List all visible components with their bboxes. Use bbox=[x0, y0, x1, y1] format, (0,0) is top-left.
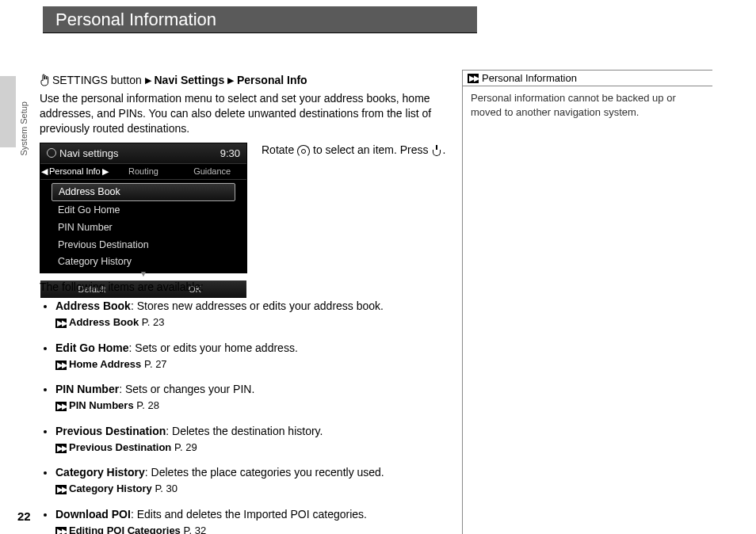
list-item: Download POI: Edits and deletes the Impo… bbox=[55, 507, 448, 534]
ss-item-address-book: Address Book bbox=[52, 183, 235, 201]
ss-title: Navi settings bbox=[59, 147, 118, 161]
item-desc: : Edits and deletes the Imported POI cat… bbox=[131, 508, 367, 521]
rotate-dial-icon bbox=[297, 145, 310, 156]
side-heading: Personal Information bbox=[482, 72, 577, 84]
breadcrumb-step3: Personal Info bbox=[237, 74, 307, 86]
ref-name: Home Address bbox=[69, 358, 141, 370]
section-side-tab bbox=[0, 76, 16, 147]
ss-item-edit-go-home: Edit Go Home bbox=[52, 202, 235, 219]
ref-name: Address Book bbox=[69, 316, 139, 328]
item-desc: : Sets or edits your home address. bbox=[129, 341, 298, 354]
ref-arrow-icon: ▶▶ bbox=[55, 527, 67, 534]
ref-arrow-icon: ▶▶ bbox=[55, 360, 67, 370]
ss-tab-guidance: Guidance bbox=[178, 164, 246, 179]
ref-page: P. 30 bbox=[155, 483, 178, 494]
breadcrumb-step2: Navi Settings bbox=[155, 74, 225, 86]
nav-screenshot: Navi settings 9:30 ◀Personal Info▶ Routi… bbox=[40, 143, 247, 273]
ref-name: Editing POI Categories bbox=[69, 524, 181, 534]
ref-page: P. 28 bbox=[136, 399, 159, 411]
ss-clock: 9:30 bbox=[220, 147, 240, 161]
side-note-header: ▶▶ Personal Information bbox=[463, 70, 712, 86]
main-column: SETTINGS button ▶ Navi Settings ▶ Person… bbox=[40, 70, 448, 534]
ss-item-previous-dest: Previous Destination bbox=[52, 237, 235, 254]
ref-page: P. 32 bbox=[183, 524, 206, 534]
ref-arrow-icon: ▶▶ bbox=[55, 485, 67, 494]
item-title: Address Book bbox=[55, 299, 131, 312]
breadcrumb: SETTINGS button ▶ Navi Settings ▶ Person… bbox=[40, 73, 448, 88]
ref-arrow-icon: ▶▶ bbox=[55, 402, 67, 411]
gear-icon bbox=[47, 148, 56, 158]
page-number: 22 bbox=[17, 509, 31, 523]
ref-arrow-icon: ▶▶ bbox=[468, 74, 479, 83]
list-item: Edit Go Home: Sets or edits your home ad… bbox=[55, 341, 448, 371]
item-desc: : Deletes the destination history. bbox=[166, 425, 323, 437]
press-icon bbox=[431, 145, 442, 156]
ref-name: Previous Destination bbox=[69, 441, 171, 453]
ss-tab-personal: ◀Personal Info▶ bbox=[40, 164, 109, 179]
side-note-body: Personal information cannot be backed up… bbox=[463, 86, 712, 124]
section-side-label: System Setup bbox=[19, 101, 29, 155]
item-title: PIN Number bbox=[55, 383, 119, 395]
item-title: Download POI bbox=[55, 508, 131, 521]
item-desc: : Sets or changes your PIN. bbox=[119, 383, 254, 395]
item-title: Edit Go Home bbox=[55, 341, 129, 354]
item-desc: : Deletes the place categories you recen… bbox=[145, 466, 384, 479]
ss-menu: Address Book Edit Go Home PIN Number Pre… bbox=[40, 180, 246, 280]
ss-item-pin-number: PIN Number bbox=[52, 219, 235, 236]
ss-item-category-history: Category History bbox=[52, 254, 235, 270]
triangle-icon: ▶ bbox=[227, 75, 234, 85]
list-item: Address Book: Stores new addresses or ed… bbox=[55, 299, 448, 329]
item-title: Previous Destination bbox=[55, 425, 166, 437]
ref-name: Category History bbox=[69, 483, 152, 494]
ss-tabs: ◀Personal Info▶ Routing Guidance bbox=[40, 163, 246, 180]
triangle-icon: ▶ bbox=[145, 75, 151, 85]
ss-tab-routing: Routing bbox=[109, 164, 178, 179]
item-desc: : Stores new addresses or edits your add… bbox=[131, 299, 384, 312]
list-item: Category History: Deletes the place cate… bbox=[55, 465, 448, 495]
rotate-instruction: Rotate to select an item. Press . bbox=[262, 143, 445, 158]
page-title: Personal Information bbox=[55, 10, 216, 29]
hand-icon bbox=[40, 74, 49, 86]
items-list: Address Book: Stores new addresses or ed… bbox=[40, 299, 448, 534]
ref-page: P. 27 bbox=[144, 358, 167, 370]
ref-page: P. 23 bbox=[142, 316, 165, 328]
side-note-column: ▶▶ Personal Information Personal informa… bbox=[462, 70, 712, 534]
list-item: Previous Destination: Deletes the destin… bbox=[55, 424, 448, 454]
breadcrumb-prefix: SETTINGS button bbox=[52, 74, 142, 86]
scroll-down-icon: ▼ bbox=[52, 271, 235, 277]
ref-page: P. 29 bbox=[174, 441, 197, 453]
item-title: Category History bbox=[55, 466, 145, 479]
page-title-bar: Personal Information bbox=[43, 6, 477, 33]
ref-arrow-icon: ▶▶ bbox=[55, 444, 67, 453]
ref-arrow-icon: ▶▶ bbox=[55, 318, 67, 328]
list-item: PIN Number: Sets or changes your PIN. ▶▶… bbox=[55, 382, 448, 412]
intro-text: Use the personal information menu to sel… bbox=[40, 91, 448, 136]
ref-name: PIN Numbers bbox=[69, 399, 134, 411]
